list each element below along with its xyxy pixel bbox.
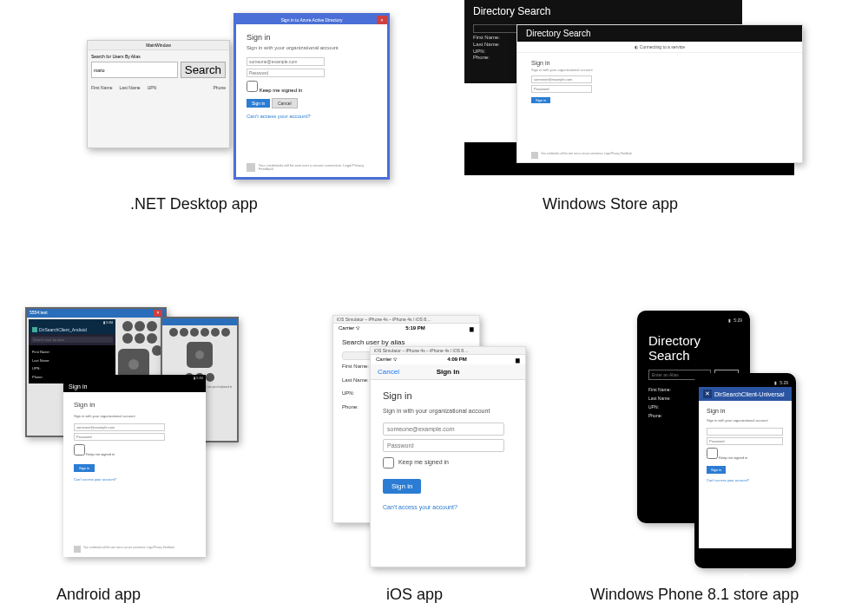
keep-signed-label: Keep me signed in <box>398 459 449 465</box>
signin-heading2: Sign in <box>74 401 195 409</box>
ios-cancel-button[interactable]: Cancel <box>378 368 399 376</box>
ios-time: 4:09 PM <box>447 357 467 363</box>
battery-icon: ▆ <box>470 325 474 331</box>
windows-icon[interactable]: ⊞ <box>743 573 749 580</box>
email-field[interactable] <box>707 428 783 436</box>
emu-btn[interactable] <box>122 333 133 344</box>
net-search-label: Search for Users By Alias <box>91 54 226 59</box>
col-first-name: First Name <box>91 85 112 90</box>
app-name: DirSearchClient_Android <box>39 327 87 332</box>
email-field[interactable] <box>383 423 504 436</box>
avatar-icon <box>74 546 81 553</box>
emu-btn[interactable] <box>211 328 220 337</box>
password-field[interactable] <box>531 85 592 93</box>
signin-button[interactable]: Sign in <box>74 464 95 472</box>
signin-heading: Sign in <box>63 381 206 392</box>
wp-device-front: ▮ 5:29 ✕DirSearchClient-Universal Sign i… <box>694 373 796 568</box>
emu-btn[interactable] <box>190 328 199 337</box>
emu-btn[interactable] <box>147 321 157 331</box>
net-signin-dialog: Sign in to Azure Active Directory × Sign… <box>234 13 390 180</box>
net-dialog-title: Sign in to Azure Active Directory <box>280 17 342 23</box>
email-field[interactable] <box>247 57 325 66</box>
signin-subtitle: Sign in with your organizational account <box>531 68 788 72</box>
emu-btn[interactable] <box>135 321 145 331</box>
close-icon[interactable]: ✕ <box>703 390 712 398</box>
keep-signed-checkbox[interactable] <box>247 81 258 92</box>
avatar-icon <box>531 152 538 159</box>
emu-btn[interactable] <box>201 328 209 337</box>
emu-btn[interactable] <box>147 333 157 344</box>
keep-signed-checkbox[interactable] <box>383 457 394 469</box>
net-dialog-titlebar: Sign in to Azure Active Directory × <box>236 16 387 24</box>
col-upn: UPN <box>148 85 157 90</box>
ios-signin: iOS Simulator – iPhone 4s – iPhone 4s / … <box>370 346 526 567</box>
signin-subtitle: Sign in with your organizational account <box>383 408 513 414</box>
and-label-ln: Last Name: <box>32 357 112 365</box>
ws-title: Directory Search <box>464 0 742 23</box>
footer-text: Your credentials will be sent over a sec… <box>83 546 174 553</box>
ws-front-title: Directory Search <box>517 25 802 42</box>
cant-access-link[interactable]: Can't access your account? <box>247 114 377 119</box>
cant-access-link[interactable]: Can't access your account? <box>707 478 784 482</box>
close-icon[interactable]: × <box>377 16 387 24</box>
and-label-fn: First Name: <box>32 348 112 357</box>
android-search-input[interactable] <box>31 337 113 343</box>
ios-sim-title: iOS Simulator – iPhone 4s – iPhone 4s / … <box>333 316 479 324</box>
wifi-icon: ᯤ <box>356 325 361 331</box>
emu-dpad[interactable] <box>187 342 213 368</box>
emu-btn[interactable] <box>169 328 178 337</box>
battery-icon: ▆ <box>516 357 520 363</box>
net-main-title: MainWindow <box>88 41 229 50</box>
signal-icon: ▮ <box>774 380 777 385</box>
keep-signed-checkbox[interactable] <box>707 448 718 459</box>
emu-btn[interactable] <box>221 328 230 337</box>
app-icon <box>32 327 37 332</box>
password-field[interactable] <box>707 437 783 445</box>
signin-subtitle: Sign in with your organizational account <box>247 45 377 50</box>
back-icon[interactable]: ← <box>653 528 660 535</box>
cant-access-link[interactable]: Can't access your account? <box>74 477 195 482</box>
ios-sim-title: iOS Simulator – iPhone 4s – iPhone 4s / … <box>371 347 525 355</box>
signin-button[interactable]: Sign in <box>531 97 550 103</box>
col-phone: Phone <box>214 85 226 90</box>
carrier-label: Carrier <box>339 325 354 331</box>
email-field[interactable] <box>74 423 165 431</box>
email-field[interactable] <box>531 75 592 83</box>
android-signin: ▮ 5:34 Sign in Sign in Sign in with your… <box>63 375 206 557</box>
wp-title: Directory Search <box>641 324 746 370</box>
footer-text: Your credentials will be sent over a sec… <box>259 164 377 172</box>
signin-button[interactable]: Sign in <box>707 466 726 474</box>
password-field[interactable] <box>247 69 325 77</box>
and-label-upn: UPN: <box>32 364 112 373</box>
emu-btn[interactable] <box>180 328 188 337</box>
signin-heading: Sign in <box>247 33 377 42</box>
net-search-button[interactable]: Search <box>181 62 226 78</box>
emu-btn[interactable] <box>122 321 133 331</box>
caption-net: .NET Desktop app <box>130 195 258 213</box>
cancel-button[interactable]: Cancel <box>272 98 298 108</box>
search-icon[interactable]: ⌕ <box>778 573 782 580</box>
ws-connecting: Connecting to a service <box>517 42 802 53</box>
cant-access-link[interactable]: Can't access your account? <box>383 504 513 510</box>
caption-wp: Windows Phone 8.1 store app <box>590 586 799 604</box>
carrier-label: Carrier <box>376 357 391 362</box>
password-field[interactable] <box>74 433 165 441</box>
signin-button[interactable]: Sign in <box>247 99 270 108</box>
android-status-bar: ▮ 5:34 <box>29 319 115 325</box>
wifi-icon: ᯤ <box>393 357 398 362</box>
android-status-bar: ▮ 5:34 <box>63 375 206 381</box>
emu-btn[interactable] <box>206 373 214 382</box>
wp-time: 5:29 <box>780 380 788 385</box>
keep-signed-checkbox[interactable] <box>74 444 85 455</box>
back-icon[interactable]: ← <box>708 573 715 580</box>
signin-button[interactable]: Sign in <box>383 479 421 494</box>
wp-time: 5:29 <box>733 318 742 323</box>
emu-btn[interactable] <box>135 333 145 344</box>
password-field[interactable] <box>383 439 504 452</box>
net-search-input[interactable] <box>91 62 178 78</box>
signal-icon: ▮ <box>728 318 731 323</box>
footer-text: Your credentials will be sent over a sec… <box>541 152 632 159</box>
close-icon[interactable]: × <box>154 310 162 317</box>
wp-app-name: DirSearchClient-Universal <box>714 391 785 397</box>
col-last-name: Last Name <box>119 85 140 90</box>
